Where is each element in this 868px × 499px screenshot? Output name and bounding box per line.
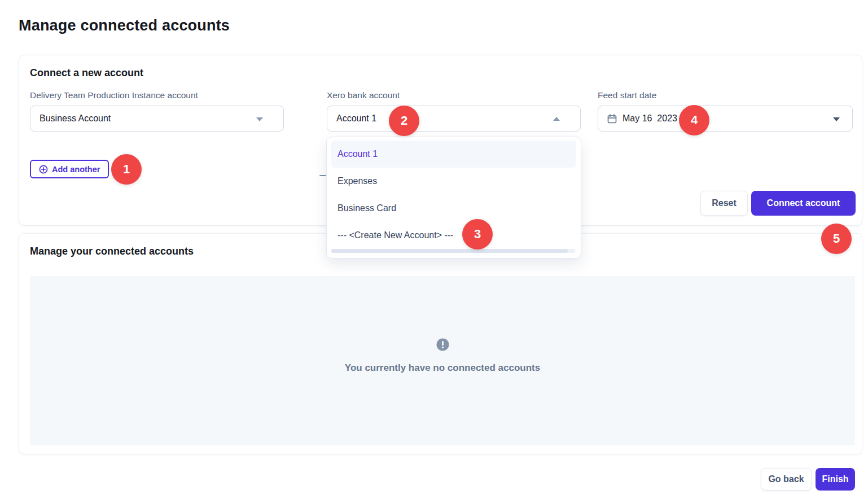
add-another-label: Add another (52, 165, 100, 174)
chevron-down-icon (256, 117, 263, 121)
xero-account-label: Xero bank account (327, 90, 581, 100)
calendar-icon (607, 114, 617, 124)
source-account-select[interactable]: Business Account (30, 106, 284, 132)
footer-actions: Go back Finish (0, 468, 855, 491)
finish-button[interactable]: Finish (816, 468, 855, 491)
dropdown-option-create-new-account[interactable]: --- <Create New Account> --- (331, 222, 576, 249)
empty-state-message: You currently have no connected accounts (345, 362, 540, 374)
feed-start-date-label: Feed start date (598, 90, 853, 100)
circled-plus-icon (39, 165, 48, 174)
xero-account-value: Account 1 (336, 113, 376, 124)
annotation-badge-5: 5 (821, 224, 852, 254)
manage-card-heading: Manage your connected accounts (30, 246, 194, 257)
xero-account-select[interactable]: Account 1 (327, 106, 581, 132)
xero-account-dropdown: Account 1 Expenses Business Card --- <Cr… (326, 137, 581, 259)
xero-account-field: Xero bank account Account 1 (327, 90, 581, 132)
dropdown-option-expenses[interactable]: Expenses (331, 168, 576, 195)
scrollbar-thumb[interactable] (331, 249, 568, 253)
annotation-badge-4: 4 (679, 105, 709, 135)
connected-accounts-empty-state: You currently have no connected accounts (30, 276, 855, 445)
reset-button[interactable]: Reset (700, 191, 748, 216)
chevron-up-icon (553, 117, 560, 121)
dropdown-horizontal-scrollbar[interactable] (331, 249, 575, 253)
feed-start-date-value: May 16 2023 (622, 113, 677, 124)
source-account-label: Delivery Team Production Instance accoun… (30, 90, 284, 100)
annotation-badge-3: 3 (462, 219, 493, 250)
info-exclamation-icon (436, 338, 449, 351)
source-account-field: Delivery Team Production Instance accoun… (30, 90, 284, 132)
manage-accounts-card: Manage your connected accounts You curre… (19, 233, 862, 454)
connect-card-heading: Connect a new account (30, 67, 143, 79)
connect-account-button[interactable]: Connect account (751, 191, 856, 216)
add-another-button[interactable]: Add another (30, 160, 109, 178)
source-account-value: Business Account (40, 113, 111, 124)
annotation-badge-1: 1 (111, 154, 142, 185)
chevron-down-icon (833, 117, 840, 121)
page-title: Manage connected accounts (19, 17, 230, 34)
dropdown-option-account-1[interactable]: Account 1 (331, 141, 576, 168)
feed-start-date-field: Feed start date May 16 2023 (598, 90, 853, 132)
dropdown-option-business-card[interactable]: Business Card (331, 195, 576, 222)
go-back-button[interactable]: Go back (761, 468, 812, 491)
annotation-badge-2: 2 (389, 106, 419, 136)
feed-start-date-picker[interactable]: May 16 2023 (598, 106, 853, 132)
